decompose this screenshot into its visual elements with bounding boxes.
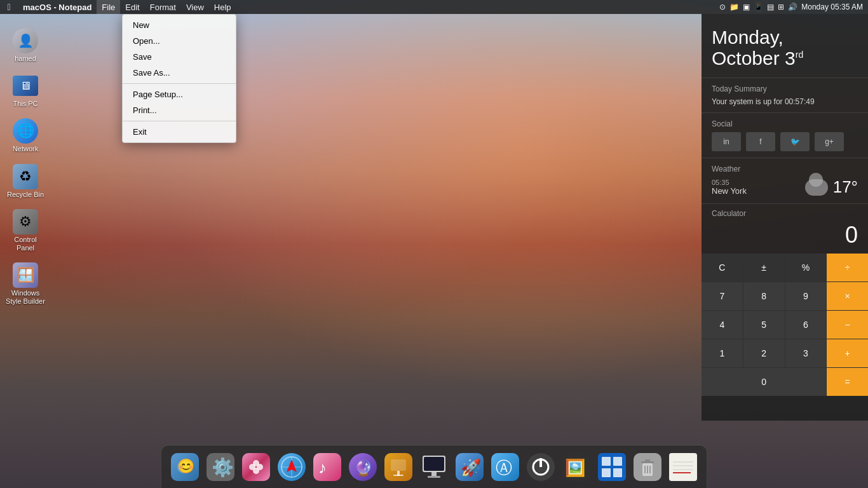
desktop-icon-recycle[interactable]: ♻ Recycle Bin bbox=[2, 161, 49, 201]
dock-trash[interactable] bbox=[632, 451, 663, 483]
weather-time: 05:35 bbox=[712, 179, 747, 186]
menu-item-saveas[interactable]: Save As... bbox=[123, 65, 236, 81]
calc-btn-clear[interactable]: C bbox=[702, 254, 743, 281]
icon-label-network: Network bbox=[13, 145, 38, 153]
thispc-icon: 🖥 bbox=[13, 76, 38, 96]
menu-help[interactable]: Help bbox=[209, 0, 236, 14]
dock-system-preferences[interactable]: ⚙️ bbox=[205, 451, 236, 483]
date-section: Monday, October 3rd bbox=[702, 14, 868, 78]
calc-btn-divide[interactable]: ÷ bbox=[827, 254, 868, 281]
battery-icon: ▤ bbox=[767, 3, 774, 11]
dock-itunes[interactable]: ♪ bbox=[311, 451, 343, 483]
calc-btn-plusminus[interactable]: ± bbox=[743, 254, 785, 281]
calc-btn-6[interactable]: 6 bbox=[785, 311, 827, 339]
menu-item-exit[interactable]: Exit bbox=[123, 124, 236, 140]
calc-btn-7[interactable]: 7 bbox=[702, 282, 743, 310]
dock-launchpad[interactable]: 🚀 bbox=[454, 451, 485, 483]
windows-icon: ▣ bbox=[743, 3, 750, 11]
today-summary-title: Today Summary bbox=[712, 85, 858, 93]
dock-siri[interactable]: 🔮 bbox=[347, 451, 379, 483]
date-line1: Monday, bbox=[712, 27, 783, 48]
dock-safari[interactable] bbox=[276, 451, 308, 483]
desktop-icons: 👤 hamed 🖥 This PC 🌐 Network ♻ Recycle Bi… bbox=[0, 25, 51, 309]
calc-btn-multiply[interactable]: × bbox=[827, 282, 868, 310]
dock-notepad[interactable] bbox=[667, 451, 699, 483]
menu-item-print[interactable]: Print... bbox=[123, 102, 236, 118]
svg-rect-37 bbox=[602, 457, 611, 466]
svg-point-8 bbox=[253, 460, 259, 466]
menu-item-new[interactable]: New bbox=[123, 17, 236, 33]
svg-text:⚙️: ⚙️ bbox=[212, 457, 234, 478]
calculator-display: 0 bbox=[702, 222, 868, 254]
dock-metro-ui[interactable] bbox=[596, 451, 628, 483]
calc-btn-3[interactable]: 3 bbox=[785, 339, 827, 367]
twitter-button[interactable]: 🐦 bbox=[780, 132, 810, 151]
facebook-button[interactable]: f bbox=[746, 132, 775, 151]
linkedin-button[interactable]: in bbox=[712, 132, 741, 151]
dock-imac[interactable] bbox=[418, 451, 450, 483]
desktop-icon-control-panel[interactable]: ⚙ Control Panel bbox=[2, 207, 49, 255]
calc-btn-5[interactable]: 5 bbox=[743, 311, 785, 339]
dock-power[interactable] bbox=[525, 451, 557, 483]
calc-btn-4[interactable]: 4 bbox=[702, 311, 743, 339]
calc-btn-percent[interactable]: % bbox=[785, 254, 827, 281]
googleplus-button[interactable]: g+ bbox=[815, 132, 844, 151]
phone-icon: 📱 bbox=[754, 3, 763, 11]
menu-separator-2 bbox=[123, 121, 236, 121]
calc-btn-8[interactable]: 8 bbox=[743, 282, 785, 310]
menu-view[interactable]: View bbox=[181, 0, 209, 14]
weather-title: Weather bbox=[712, 165, 858, 173]
svg-rect-39 bbox=[602, 468, 611, 477]
dock-keynote[interactable] bbox=[383, 451, 414, 483]
weather-city: New York bbox=[712, 186, 747, 196]
calculator-title: Calculator bbox=[702, 209, 868, 222]
svg-text:😊: 😊 bbox=[177, 458, 195, 475]
weather-row: 05:35 New York 17° bbox=[712, 177, 858, 197]
calc-btn-minus[interactable]: − bbox=[827, 311, 868, 339]
dock-photos[interactable]: 🖼️ bbox=[560, 451, 592, 483]
recycle-bin-icon: ♻ bbox=[13, 164, 38, 189]
cloud-icon bbox=[805, 179, 828, 196]
menu-item-save[interactable]: Save bbox=[123, 49, 236, 65]
svg-rect-20 bbox=[391, 459, 406, 471]
calc-btn-equals[interactable]: = bbox=[827, 368, 868, 396]
desktop-icon-network[interactable]: 🌐 Network bbox=[2, 116, 49, 156]
svg-point-9 bbox=[253, 468, 259, 474]
right-panel: Monday, October 3rd Today Summary Your s… bbox=[702, 14, 868, 421]
svg-rect-43 bbox=[641, 461, 654, 463]
svg-rect-24 bbox=[424, 457, 444, 471]
date-suffix: rd bbox=[796, 50, 803, 60]
svg-rect-33 bbox=[539, 458, 542, 467]
icon-label-recycle: Recycle Bin bbox=[7, 191, 44, 199]
svg-text:🖼️: 🖼️ bbox=[565, 458, 586, 478]
social-title: Social bbox=[712, 119, 858, 128]
svg-text:Ⓐ: Ⓐ bbox=[496, 458, 512, 477]
weather-right: 17° bbox=[805, 177, 858, 197]
desktop-icon-hamed[interactable]: 👤 hamed bbox=[2, 25, 49, 65]
weather-section: Weather 05:35 New York 17° bbox=[702, 158, 868, 204]
app-name[interactable]: macOS - Notepad bbox=[18, 0, 97, 14]
dock-appstore[interactable]: Ⓐ bbox=[489, 451, 521, 483]
svg-text:♪: ♪ bbox=[318, 458, 327, 477]
menu-item-pagesetup[interactable]: Page Setup... bbox=[123, 86, 236, 102]
calc-btn-1[interactable]: 1 bbox=[702, 339, 743, 367]
desktop-icon-thispc[interactable]: 🖥 This PC bbox=[2, 71, 49, 111]
calc-btn-0[interactable]: 0 bbox=[702, 368, 826, 396]
menu-edit[interactable]: Edit bbox=[120, 0, 144, 14]
calc-btn-9[interactable]: 9 bbox=[785, 282, 827, 310]
calculator-section: Calculator 0 C ± % ÷ 7 8 9 × 4 5 6 − 1 bbox=[702, 204, 868, 401]
menu-item-open[interactable]: Open... bbox=[123, 33, 236, 49]
finder-icon: 📁 bbox=[729, 3, 739, 11]
menu-file[interactable]: File bbox=[97, 0, 120, 14]
calc-btn-plus[interactable]: + bbox=[827, 339, 868, 367]
desktop-icon-wsb[interactable]: 🪟 Windows Style Builder bbox=[2, 260, 49, 308]
svg-rect-49 bbox=[673, 472, 691, 473]
svg-rect-25 bbox=[431, 472, 437, 476]
apple-menu[interactable]:  bbox=[0, 2, 18, 12]
weather-temp: 17° bbox=[833, 177, 858, 197]
date-display: Monday, October 3rd bbox=[712, 27, 858, 69]
dock-game-center[interactable] bbox=[240, 451, 272, 483]
dock-finder[interactable]: 😊 bbox=[169, 451, 201, 483]
calc-btn-2[interactable]: 2 bbox=[743, 339, 785, 367]
menu-format[interactable]: Format bbox=[145, 0, 181, 14]
